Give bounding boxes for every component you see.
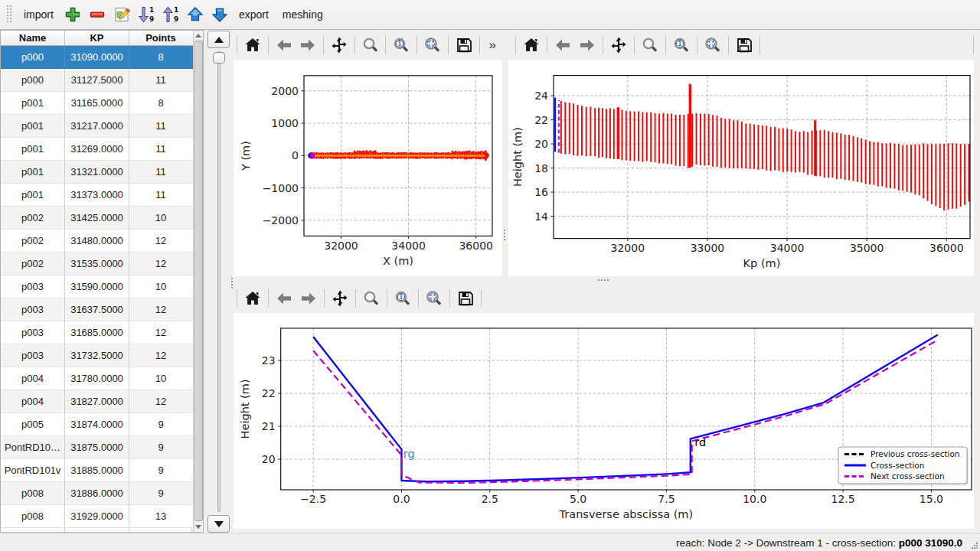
cell-kp[interactable]: 31165.0000	[65, 92, 129, 115]
cell-kp[interactable]: 31780.0000	[65, 367, 129, 390]
table-row[interactable]: PontRD10…31875.00009	[1, 436, 193, 459]
cell-name[interactable]: p001	[1, 184, 65, 207]
edit-button[interactable]	[110, 3, 133, 26]
cell-points[interactable]: 12	[129, 230, 192, 253]
cell-points[interactable]: 10	[129, 367, 192, 390]
cell-name[interactable]: p004	[1, 367, 65, 390]
table-row[interactable]: p00131269.000011	[1, 138, 193, 161]
cell-name[interactable]: PontRD10…	[1, 436, 65, 459]
cell-points[interactable]: 10	[129, 276, 192, 298]
toolbar-overflow-button[interactable]: »	[483, 37, 502, 53]
meshing-button[interactable]: meshing	[276, 5, 330, 24]
table-row[interactable]: p00431827.000012	[1, 390, 193, 413]
zoom-rect-button[interactable]	[638, 33, 662, 57]
pan-button[interactable]	[328, 286, 352, 311]
vertical-splitter-handle[interactable]	[231, 278, 233, 290]
cell-name[interactable]: p004	[1, 390, 65, 413]
profile-plot[interactable]: 3200033000340003500036000141618202224Kp …	[508, 60, 974, 276]
save-button[interactable]	[732, 33, 756, 57]
plan-plot[interactable]: 320003400036000−2000−1000010002000X (m)Y…	[234, 60, 502, 276]
cell-kp[interactable]: 31929.0000	[65, 505, 129, 528]
sort-descending-button[interactable]: 19	[135, 3, 158, 26]
back-button[interactable]	[550, 33, 575, 57]
import-button[interactable]: import	[17, 5, 60, 24]
cross-section-plot[interactable]: rgrd−2.50.02.55.07.510.012.515.020212223…	[234, 313, 974, 529]
table-row[interactable]: p00031127.500011	[1, 69, 193, 92]
cell-points[interactable]: 11	[129, 115, 192, 138]
table-row[interactable]: PontRD101v31885.00009	[1, 459, 193, 482]
export-button[interactable]: export	[232, 5, 276, 24]
table-row[interactable]: p00831886.00009	[1, 482, 193, 505]
table-row[interactable]: p00131321.000011	[1, 161, 193, 184]
home-button[interactable]	[519, 33, 544, 57]
column-header-name[interactable]: Name	[1, 31, 65, 45]
cell-points[interactable]: 9	[129, 459, 192, 482]
cell-kp[interactable]: 31425.0000	[65, 207, 129, 230]
table-scrollbar[interactable]	[193, 31, 203, 532]
cell-points[interactable]: 11	[129, 161, 192, 184]
cell-name[interactable]: p008	[1, 482, 65, 505]
move-down-button[interactable]	[208, 3, 231, 26]
forward-button[interactable]	[296, 33, 320, 57]
cell-name[interactable]: p002	[1, 230, 65, 253]
cell-points[interactable]: 12	[129, 298, 192, 321]
table-row[interactable]: p00231425.000010	[1, 207, 193, 230]
remove-button[interactable]	[86, 3, 109, 26]
cell-name[interactable]: p005	[1, 413, 65, 436]
cell-kp[interactable]: 31535.0000	[65, 253, 129, 276]
cell-points[interactable]: 12	[129, 321, 192, 344]
zoom-current-button[interactable]: 1	[390, 286, 415, 311]
cell-kp[interactable]: 31885.0000	[65, 459, 129, 482]
cell-points[interactable]: 11	[129, 69, 192, 92]
cell-name[interactable]: p003	[1, 344, 65, 367]
table-scrollbar-handle[interactable]	[194, 41, 203, 521]
cell-kp[interactable]: 31269.0000	[65, 138, 129, 161]
home-button[interactable]	[240, 286, 265, 311]
cell-name[interactable]: p002	[1, 207, 65, 230]
zoom-fit-button[interactable]	[422, 286, 446, 311]
size-grip-icon[interactable]	[969, 540, 978, 549]
table-row[interactable]: p00431780.000010	[1, 367, 193, 390]
plots-splitter-handle[interactable]	[504, 230, 505, 242]
table-row[interactable]: p00331590.000010	[1, 276, 193, 298]
cell-kp[interactable]: 31732.5000	[65, 344, 129, 367]
table-row[interactable]: p00231535.000012	[1, 253, 193, 276]
cell-points[interactable]: 10	[129, 207, 192, 230]
cell-points[interactable]: 12	[129, 253, 192, 276]
cell-points[interactable]: 12	[129, 390, 192, 413]
table-row[interactable]: p00331732.500012	[1, 344, 193, 367]
cell-kp[interactable]: 31886.0000	[65, 482, 129, 505]
table-row[interactable]: p00131217.000011	[1, 115, 193, 138]
cell-points[interactable]: 11	[129, 138, 192, 161]
zoom-current-button[interactable]: 1	[669, 33, 694, 57]
zoom-fit-button[interactable]	[701, 33, 725, 57]
cell-kp[interactable]: 31827.0000	[65, 390, 129, 413]
slider-handle[interactable]	[213, 52, 225, 64]
cell-name[interactable]: p003	[1, 276, 65, 298]
cell-kp[interactable]: 31090.0000	[65, 46, 129, 69]
cell-kp[interactable]: 31373.0000	[65, 184, 129, 207]
cross-section-table[interactable]: NameKPPointsp00031090.00008p00031127.500…	[1, 31, 193, 532]
home-button[interactable]	[240, 33, 265, 57]
forward-button[interactable]	[296, 286, 321, 311]
cell-name[interactable]: p000	[1, 69, 65, 92]
table-row[interactable]: p00131373.000011	[1, 184, 193, 207]
slider-groove[interactable]	[217, 51, 220, 512]
table-row[interactable]: p00131165.00008	[1, 92, 193, 115]
save-button[interactable]	[453, 286, 478, 311]
add-button[interactable]	[61, 3, 84, 26]
cell-kp[interactable]: 31480.0000	[65, 230, 129, 253]
cell-points[interactable]: 9	[129, 413, 192, 436]
table-row[interactable]: p00531874.00009	[1, 413, 193, 436]
cell-kp[interactable]: 31685.0000	[65, 321, 129, 344]
cell-points[interactable]: 9	[129, 482, 192, 505]
zoom-rect-button[interactable]	[358, 33, 383, 57]
column-header-points[interactable]: Points	[129, 31, 192, 45]
table-row[interactable]: p00031090.00008	[1, 46, 193, 69]
cell-kp[interactable]: 31321.0000	[65, 161, 129, 184]
table-row[interactable]: p00331637.500012	[1, 298, 193, 321]
cell-points[interactable]: 12	[129, 344, 192, 367]
cell-name[interactable]: p002	[1, 253, 65, 276]
zoom-rect-button[interactable]	[359, 286, 384, 311]
slider-down-button[interactable]	[207, 515, 230, 533]
